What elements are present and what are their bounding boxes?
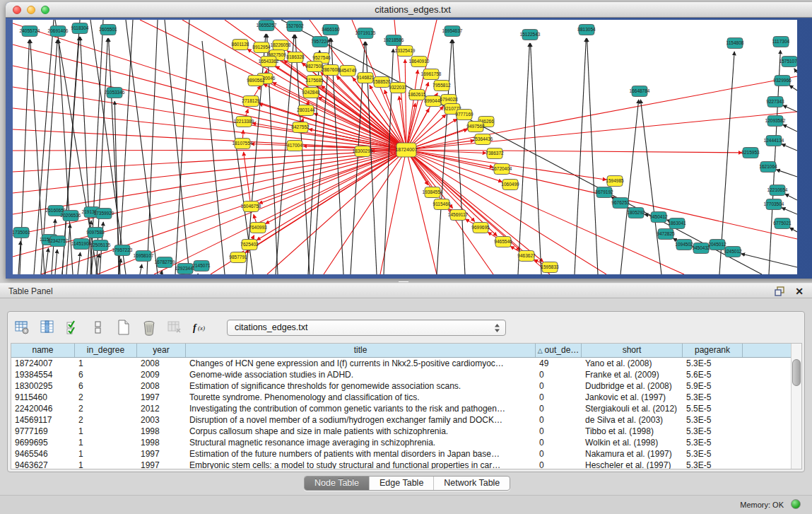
graph-node[interactable]: 9890562: [247, 76, 265, 86]
graph-node[interactable]: 17957223: [112, 245, 133, 256]
graph-node[interactable]: 7386372: [486, 148, 504, 159]
graph-node[interactable]: 15751074: [779, 57, 797, 67]
network-canvas[interactable]: 1872400786011288912954182260589827509818…: [13, 20, 797, 274]
graph-node[interactable]: 9146821: [356, 73, 375, 83]
graph-node[interactable]: 13325419: [395, 46, 416, 57]
float-panel-icon[interactable]: [775, 286, 785, 296]
graph-node[interactable]: 8454749: [339, 66, 357, 76]
graph-node[interactable]: 8601128: [232, 40, 249, 50]
close-panel-icon[interactable]: ✕: [795, 286, 804, 297]
graph-node[interactable]: 2867608: [322, 65, 340, 76]
graph-node[interactable]: 1060499: [501, 180, 519, 190]
graph-node[interactable]: 9857791: [229, 252, 247, 263]
graph-node[interactable]: 10719135: [355, 28, 376, 39]
graph-node[interactable]: 9227343: [766, 97, 784, 107]
column-header-out_de[interactable]: △out_de…: [536, 344, 582, 357]
graph-node[interactable]: 10655257: [257, 21, 277, 31]
graph-node[interactable]: 1594985: [606, 176, 624, 187]
graph-node[interactable]: 9097588: [86, 228, 105, 238]
table-settings-icon[interactable]: [13, 319, 30, 336]
graph-node[interactable]: 16782759: [155, 257, 175, 268]
graph-node[interactable]: 9450432: [692, 243, 710, 254]
citation-network-graph[interactable]: 1872400786011288912954182260589827509818…: [13, 20, 797, 274]
select-attributes-icon[interactable]: [64, 319, 81, 336]
graph-node[interactable]: 9115460: [433, 199, 451, 210]
graph-node[interactable]: 2605501: [99, 25, 117, 35]
graph-node[interactable]: 16720404: [492, 164, 512, 175]
graph-node[interactable]: 18226058: [271, 40, 291, 51]
graph-node[interactable]: 20691406: [48, 26, 69, 37]
graph-node[interactable]: 18724007: [395, 143, 417, 157]
graph-node[interactable]: 16543362: [259, 57, 279, 67]
row-height-icon[interactable]: [90, 319, 107, 336]
graph-node[interactable]: 15122543: [520, 30, 541, 40]
graph-node[interactable]: 18300295: [353, 146, 373, 157]
graph-node[interactable]: 7957224: [311, 37, 329, 47]
graph-node[interactable]: 9827508: [305, 62, 324, 72]
function-builder-icon[interactable]: f(x): [192, 319, 208, 336]
graph-node[interactable]: 2803144: [297, 105, 315, 116]
graph-node[interactable]: 11451904: [71, 239, 92, 250]
tab-network-table[interactable]: Network Table: [434, 477, 510, 490]
table-row[interactable]: 1456911722003Disruption of a novel membe…: [11, 414, 801, 426]
column-header-short[interactable]: short: [582, 344, 683, 357]
graph-node[interactable]: 7640993: [249, 223, 267, 233]
graph-node[interactable]: 9472825: [657, 229, 675, 240]
column-header-name[interactable]: name: [11, 344, 75, 357]
table-scrollbar-thumb[interactable]: [792, 359, 801, 386]
column-header-year[interactable]: year: [137, 344, 186, 357]
graph-node[interactable]: 12213389: [234, 117, 254, 127]
graph-node[interactable]: 2718129: [242, 96, 260, 107]
graph-node[interactable]: 1094502: [675, 240, 693, 250]
graph-node[interactable]: 12444134: [764, 136, 784, 146]
graph-node[interactable]: 9699695: [471, 223, 490, 233]
graph-node[interactable]: 1863041: [668, 218, 686, 229]
graph-node[interactable]: 12210654: [767, 185, 788, 196]
graph-node[interactable]: 1862615: [408, 90, 426, 100]
graph-node[interactable]: 9497568: [466, 122, 485, 132]
graph-node[interactable]: 24055724: [20, 26, 40, 37]
graph-node[interactable]: 1621064: [759, 162, 777, 173]
panel-splitter-handle[interactable]: [399, 279, 408, 282]
graph-node[interactable]: 9777169: [455, 110, 473, 120]
graph-node[interactable]: 7625402: [240, 240, 259, 250]
table-row[interactable]: 977716911998Corpus callosum shape and si…: [11, 426, 801, 437]
delete-table-icon[interactable]: [141, 319, 158, 336]
graph-node[interactable]: 19218586: [384, 35, 404, 46]
table-row[interactable]: 2242004622012Investigating the contribut…: [11, 403, 801, 414]
graph-node[interactable]: 12093582: [765, 116, 786, 127]
graph-node[interactable]: 9242848: [302, 88, 320, 98]
graph-node[interactable]: 3175685: [305, 76, 324, 86]
table-select-dropdown[interactable]: citations_edges.txt: [227, 320, 506, 336]
graph-node[interactable]: 12342757: [48, 236, 69, 247]
graph-node[interactable]: 7955812: [433, 81, 451, 91]
table-row[interactable]: 969969511998Structural magnetic resonanc…: [11, 437, 801, 448]
graph-node[interactable]: 8813054: [577, 25, 596, 35]
tab-edge-table[interactable]: Edge Table: [370, 477, 434, 490]
show-columns-icon[interactable]: [39, 319, 56, 336]
graph-node[interactable]: 9322037: [389, 83, 407, 93]
graph-node[interactable]: 18107554: [233, 139, 253, 149]
tab-node-table[interactable]: Node Table: [305, 477, 370, 490]
graph-node[interactable]: 8186328: [286, 52, 305, 63]
window-titlebar[interactable]: citations_edges.txt: [6, 2, 812, 18]
graph-node[interactable]: 9118304: [71, 23, 89, 34]
graph-node[interactable]: 17703504: [764, 199, 784, 210]
table-row[interactable]: 911546021997Tourette syndrome. Phenomeno…: [11, 392, 801, 403]
graph-node[interactable]: 1588520: [372, 77, 391, 88]
graph-node[interactable]: 21053346: [105, 88, 125, 98]
graph-node[interactable]: 16954637: [442, 26, 463, 37]
graph-node[interactable]: 2145071: [192, 261, 211, 271]
graph-node[interactable]: 8466160: [322, 25, 340, 35]
graph-node[interactable]: 9676253: [611, 198, 630, 209]
graph-node[interactable]: 417004: [287, 141, 302, 151]
graph-node[interactable]: 8215953: [741, 148, 760, 158]
graph-node[interactable]: 18640910: [409, 57, 430, 67]
column-header-pagerank[interactable]: pagerank: [683, 344, 743, 357]
graph-node[interactable]: 1805292: [627, 208, 645, 218]
graph-node[interactable]: 1595833: [541, 262, 559, 273]
table-row[interactable]: 946554611997Estimation of the future num…: [11, 448, 801, 460]
graph-node[interactable]: 8427552: [291, 122, 310, 133]
graph-node[interactable]: 16046758: [241, 201, 261, 212]
graph-node[interactable]: 12505135: [90, 240, 111, 251]
